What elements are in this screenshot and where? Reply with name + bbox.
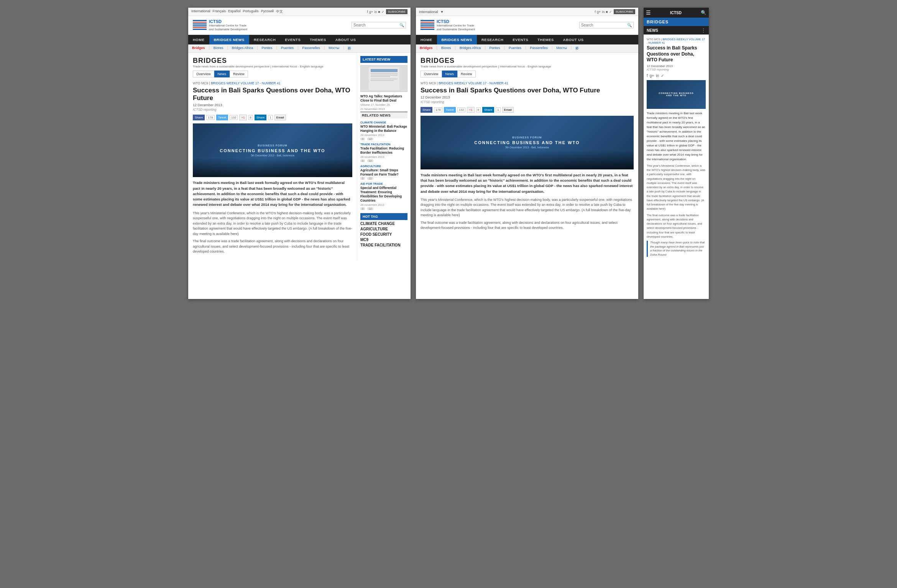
bridges-tab2-africa[interactable]: Bridges Africa [459,46,482,51]
twitter-icon[interactable]: ✓ [381,10,384,14]
lang-espanol[interactable]: Español [228,9,241,14]
share-em-2[interactable]: Email [502,107,514,113]
share-bar: Share 178 Tweet 132 +1 8 Share 1 Email [193,115,352,120]
bridges-tab-passerelles[interactable]: Passerelles [301,46,321,51]
nav2-bridges-news[interactable]: BRIDGES NEWS [437,35,477,44]
related-category-1[interactable]: TRADE FACILITATION [360,143,407,146]
search-submit-button-2[interactable]: 🔍 [627,23,632,27]
bridges-tab2-chinese[interactable]: 桥 [575,46,580,51]
lang-portugues[interactable]: Português [243,9,259,14]
hot-tag-trade-facilitation[interactable]: TRADE FACILITATION [360,243,407,247]
share-twitter-button[interactable]: Tweet [216,115,228,120]
tab2-review[interactable]: Review [457,71,476,77]
mobile-linkedin-icon[interactable]: in [656,74,659,78]
facebook-icon-2[interactable]: f [595,10,596,14]
share-email-button[interactable]: Email [274,115,286,120]
related-title-2[interactable]: Agriculture: Small Steps Forward on Farm… [360,168,407,177]
lang-chinese[interactable]: 中文 [276,9,283,14]
nav-research[interactable]: RESEARCH [249,35,280,44]
nav-home[interactable]: HOME [188,35,209,44]
bridges-tab2-mosty[interactable]: Мосты [555,46,568,51]
bridges-weekly-link-2[interactable]: BRIDGES WEEKLY VOLUME 17 - NUMBER 41 [439,81,508,85]
google-plus-icon-2[interactable]: g+ [597,10,601,14]
linkedin-icon[interactable]: in [374,10,377,14]
share-gp-2[interactable]: +1 [467,107,474,113]
mobile-more-options[interactable]: ⋮ [701,28,706,33]
facebook-icon[interactable]: f [367,10,368,14]
bridges-weekly-link[interactable]: BRIDGES WEEKLY VOLUME 17 - NUMBER 41 [211,81,281,85]
share-facebook-button[interactable]: Share [193,115,205,120]
lang-francais[interactable]: Français [213,9,226,14]
rss-icon[interactable]: ■ [378,10,380,14]
conference-main-text-2: CONNECTING BUSINESS AND THE WTO [474,140,580,145]
svg-rect-3 [371,75,398,76]
sidebar: LATEST REVIEW WTO Ag Talks: Negotiators … [357,53,411,261]
content-wrapper-2: BRIDGES Trade news from a sustainable de… [416,53,638,237]
tab-news[interactable]: News [214,71,230,77]
ictsd-full-name: International Centre for Trade and Susta… [209,24,247,31]
nav2-about-us[interactable]: ABOUT US [559,35,588,44]
bridges-tab2-passerelles[interactable]: Passerelles [529,46,549,51]
hot-tag-agriculture[interactable]: AGRICULTURE [360,227,407,231]
lang-russian[interactable]: Русский [261,9,274,14]
twitter-icon-2[interactable]: ✓ [609,10,612,14]
related-category-0[interactable]: CLIMATE CHANGE [360,121,407,124]
tab-overview[interactable]: Overview [193,71,214,77]
related-title-1[interactable]: Trade Facilitation: Reducing Border Inef… [360,146,407,155]
bridges-tab-bridges[interactable]: Bridges [191,46,206,51]
search-input-2[interactable] [581,23,627,27]
nav2-home[interactable]: HOME [416,35,437,44]
bridges-tab-mosty[interactable]: Мосты [328,46,340,51]
lang-international[interactable]: International [191,9,210,14]
bridges-tab2-biores[interactable]: Biores [440,46,452,51]
svg-rect-4 [371,76,390,77]
bridges-tab-chinese[interactable]: 桥 [347,46,352,51]
bridges-tab-africa[interactable]: Bridges Africa [231,46,254,51]
hot-tag-food[interactable]: FOOD SECURITY [360,232,407,237]
main-nav: HOME BRIDGES NEWS RESEARCH EVENTS THEMES… [188,35,411,44]
share-googleplus-button[interactable]: +1 [239,115,246,120]
related-category-2[interactable]: AGRICULTURE [360,164,407,168]
bridges-tab2-puentes[interactable]: Puentes [508,46,522,51]
share-li-2[interactable]: Share [482,107,494,113]
search-submit-button[interactable]: 🔍 [399,23,404,27]
bridges-tab2-bridges[interactable]: Bridges [419,46,434,51]
mobile-search-icon[interactable]: 🔍 [701,10,706,15]
tab2-overview[interactable]: Overview [421,71,442,77]
lang2-international[interactable]: International [419,10,438,14]
subscribe-button-2[interactable]: SUBSCRIBE [614,9,635,14]
nav-themes[interactable]: THEMES [305,35,331,44]
linkedin-icon-2[interactable]: in [602,10,605,14]
tab-review[interactable]: Review [230,71,248,77]
nav2-research[interactable]: RESEARCH [477,35,508,44]
related-title-3[interactable]: Special and Differential Treatment: Ensu… [360,186,407,203]
search-input[interactable] [353,23,399,27]
nav2-events[interactable]: EVENTS [508,35,533,44]
related-category-3[interactable]: AID FOR TRADE [360,182,407,186]
hamburger-menu-icon[interactable]: ☰ [646,10,651,16]
bridges-tab2-pontes[interactable]: Pontes [489,46,501,51]
rss-icon-2[interactable]: ■ [606,10,608,14]
nav2-themes[interactable]: THEMES [533,35,559,44]
google-plus-icon[interactable]: g+ [369,10,373,14]
bridges-tab-puentes[interactable]: Puentes [280,46,294,51]
hot-tag-climate[interactable]: CLIMATE CHANGE [360,222,407,226]
nav-bridges-news[interactable]: BRIDGES NEWS [209,35,249,44]
nav-events[interactable]: EVENTS [280,35,305,44]
related-title-0[interactable]: WTO Ministerial: Bali Package Hanging in… [360,125,407,133]
share-linkedin-button[interactable]: Share [255,115,266,120]
mobile-facebook-icon[interactable]: f [647,74,648,78]
mobile-article-date: 12 December 2013 [647,64,706,68]
hot-tag-mc9[interactable]: MC9 [360,238,407,242]
related-news-title: RELATED NEWS [360,112,407,118]
tab2-news[interactable]: News [442,71,458,77]
share-count-2: 12 [367,177,373,180]
nav-about-us[interactable]: ABOUT US [331,35,361,44]
share-tw-2[interactable]: Tweet [444,107,456,113]
subscribe-button[interactable]: SUBSCRIBE [386,9,407,14]
mobile-twitter-icon[interactable]: ✓ [661,74,664,78]
bridges-tab-pontes[interactable]: Pontes [261,46,273,51]
share-fb-2[interactable]: Share [421,107,432,113]
mobile-gplus-icon[interactable]: g+ [650,74,654,78]
bridges-tab-biores[interactable]: Biores [213,46,224,51]
